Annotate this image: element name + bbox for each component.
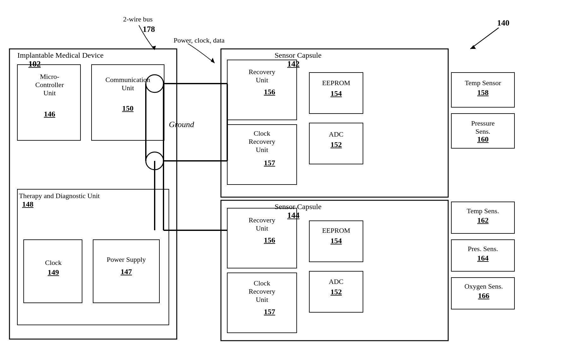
svg-line-32: [470, 28, 499, 49]
arrow-140-label: 140: [497, 18, 509, 28]
pres-sens-2-label: Pres. Sens.: [453, 245, 513, 253]
adc-1-number: 152: [311, 140, 361, 149]
svg-marker-35: [211, 58, 215, 63]
sensor-capsule-2-label: Sensor Capsule: [275, 203, 322, 211]
sensor-capsule-1-number: 142: [287, 59, 300, 69]
ground-label: Ground: [169, 120, 194, 129]
pressure-sens-number: 160: [453, 135, 513, 144]
bus-number: 178: [143, 25, 155, 34]
diagram-container: 2-wire bus 178 Power, clock, data 140 Im…: [0, 0, 588, 364]
recovery-unit-1-label: RecoveryUnit: [229, 68, 295, 84]
imd-number: 102: [28, 59, 41, 69]
clock-recovery-2-number: 157: [229, 308, 295, 316]
micro-controller-number: 146: [20, 110, 80, 118]
power-supply-label: Power Supply: [95, 255, 158, 264]
pres-sens-2-number: 164: [453, 254, 513, 262]
therapy-unit-label: Therapy and Diagnostic Unit: [19, 192, 100, 200]
eeprom-1-label: EEPROM: [311, 79, 361, 87]
temp-sensor-number: 158: [453, 88, 513, 97]
clock-label: Clock: [25, 259, 81, 267]
temp-sens-2-label: Temp Sens.: [453, 207, 513, 215]
pressure-sens-label: PressureSens.: [453, 119, 513, 136]
clock-recovery-2-label: ClockRecoveryUnit: [229, 279, 295, 304]
temp-sensor-label: Temp Sensor: [453, 79, 513, 87]
comm-unit-number: 150: [93, 104, 163, 113]
comm-unit-label: CommunicationUnit: [93, 76, 163, 92]
therapy-unit-number: 148: [22, 200, 33, 208]
recovery-unit-2-label: RecoveryUnit: [229, 216, 295, 232]
imd-title: Implantable Medical Device: [17, 51, 104, 60]
power-supply-number: 147: [95, 267, 158, 276]
eeprom-1-number: 154: [311, 89, 361, 98]
power-clock-data-label: Power, clock, data: [174, 36, 225, 44]
micro-controller-label: Micro-ControllerUnit: [20, 73, 80, 97]
clock-number: 149: [25, 268, 81, 277]
eeprom-2-number: 154: [311, 237, 361, 245]
clock-recovery-1-number: 157: [229, 159, 295, 167]
adc-2-label: ADC: [311, 278, 361, 286]
bus-label: 2-wire bus: [123, 15, 152, 23]
clock-recovery-1-label: ClockRecoveryUnit: [229, 129, 295, 154]
adc-1-label: ADC: [311, 130, 361, 138]
recovery-unit-1-number: 156: [229, 88, 295, 96]
oxygen-sens-label: Oxygen Sens.: [453, 282, 514, 291]
temp-sens-2-number: 162: [453, 216, 513, 225]
recovery-unit-2-number: 156: [229, 236, 295, 244]
eeprom-2-label: EEPROM: [311, 226, 361, 235]
sensor-capsule-1-label: Sensor Capsule: [275, 51, 322, 60]
oxygen-sens-number: 166: [453, 291, 514, 300]
adc-2-number: 152: [311, 288, 361, 296]
